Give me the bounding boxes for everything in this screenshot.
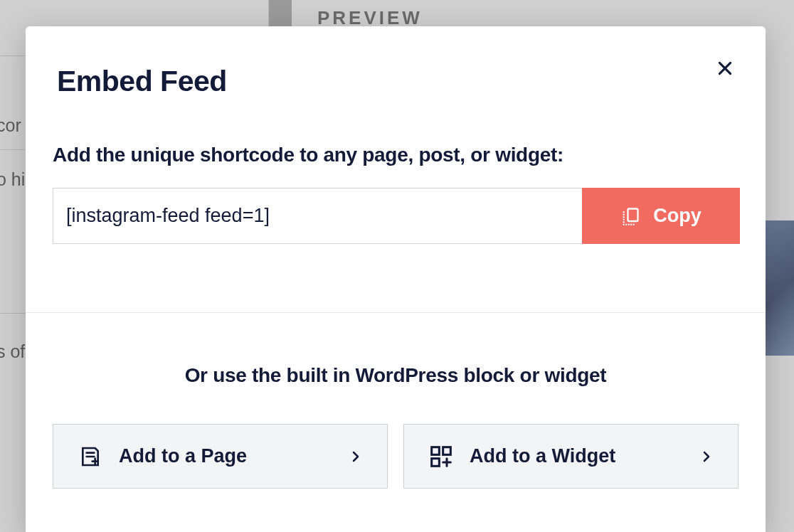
close-button[interactable] — [711, 55, 739, 82]
background-text-fragment: s of — [0, 341, 25, 362]
svg-rect-17 — [432, 447, 440, 454]
copy-button[interactable]: Copy — [582, 188, 740, 244]
modal-title: Embed Feed — [57, 65, 227, 98]
shortcode-section: Add the unique shortcode to any page, po… — [26, 98, 766, 244]
modal-divider — [26, 312, 766, 313]
background-text-fragment: cor — [0, 115, 21, 136]
copy-icon — [620, 206, 640, 226]
svg-rect-2 — [628, 208, 638, 221]
add-to-page-label: Add to a Page — [119, 445, 247, 467]
shortcode-input[interactable] — [53, 188, 582, 244]
chevron-right-icon — [350, 451, 361, 462]
close-icon — [716, 59, 734, 78]
add-to-widget-button[interactable]: Add to a Widget — [403, 424, 739, 489]
modal-header: Embed Feed — [26, 26, 766, 98]
alternative-heading: Or use the built in WordPress block or w… — [26, 364, 766, 387]
add-to-widget-label: Add to a Widget — [470, 445, 615, 467]
page-icon — [79, 445, 102, 468]
svg-rect-19 — [432, 458, 440, 466]
embed-feed-modal: Embed Feed Add the unique shortcode to a… — [26, 26, 766, 532]
shortcode-heading: Add the unique shortcode to any page, po… — [53, 144, 739, 166]
chevron-right-icon — [701, 451, 712, 462]
action-row: Add to a Page Add to a Widget — [26, 424, 766, 489]
background-image-preview — [766, 220, 794, 356]
add-to-page-button[interactable]: Add to a Page — [53, 424, 388, 489]
shortcode-row: Copy — [53, 188, 740, 244]
widget-icon — [430, 445, 452, 468]
copy-button-label: Copy — [653, 205, 702, 227]
svg-rect-18 — [443, 447, 451, 454]
